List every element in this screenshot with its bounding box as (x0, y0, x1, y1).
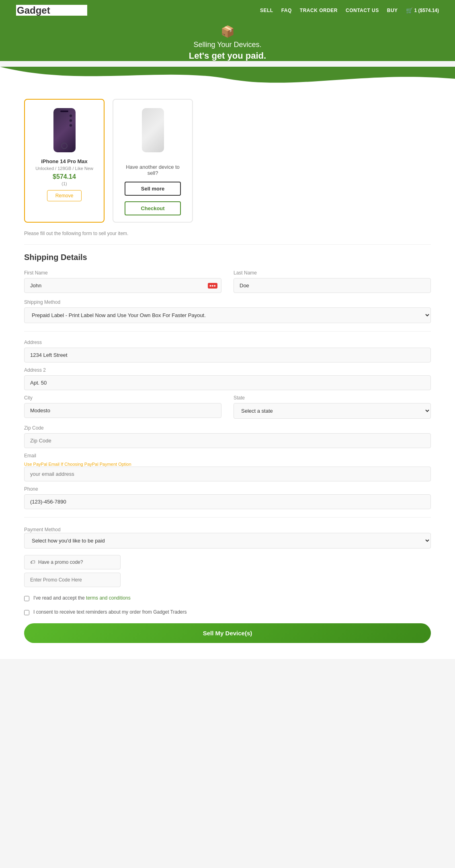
promo-section: 🏷 Have a promo code? (24, 555, 431, 587)
shipping-method-select[interactable]: Prepaid Label - Print Label Now and Use … (24, 307, 431, 323)
nav-faq[interactable]: FAQ (281, 8, 292, 13)
last-name-group: Last Name (234, 270, 431, 293)
email-input[interactable] (24, 467, 431, 481)
add-device-text: Have another device to sell? (120, 164, 186, 176)
phone-group: Phone (24, 486, 431, 509)
promo-input[interactable] (24, 573, 121, 587)
email-label: Email (24, 453, 431, 459)
address2-input[interactable] (24, 375, 431, 390)
city-state-row: City State Select a state Alabama Alaska… (24, 395, 431, 419)
package-icon: 📦 (16, 25, 439, 38)
device-name: iPhone 14 Pro Max (31, 158, 97, 164)
first-name-group: First Name ●●● (24, 270, 221, 293)
main-nav: SELL FAQ TRACK ORDER CONTACT US BUY 🛒 1 … (260, 7, 439, 14)
terms-row: I've read and accept the terms and condi… (24, 595, 431, 601)
zip-input[interactable] (24, 433, 431, 448)
logo-traders: Traders (51, 5, 88, 16)
cart-count: 1 ($574.14) (414, 8, 439, 13)
consent-label: I consent to receive text reminders abou… (33, 609, 187, 615)
nav-buy[interactable]: BUY (387, 8, 398, 13)
address-label: Address (24, 340, 431, 345)
phone-label: Phone (24, 486, 431, 492)
device-qty: (1) (31, 181, 97, 186)
divider-address (24, 331, 431, 332)
cart-button[interactable]: 🛒 1 ($574.14) (406, 7, 439, 14)
email-group: Email Use PayPal Email If Choosing PayPa… (24, 453, 431, 481)
last-name-label: Last Name (234, 270, 431, 276)
autofill-badge: ●●● (208, 283, 217, 289)
shipping-method-label: Shipping Method (24, 299, 431, 305)
device-cards-section: iPhone 14 Pro Max Unlocked / 128GB / Lik… (24, 99, 431, 223)
device-card-iphone: iPhone 14 Pro Max Unlocked / 128GB / Lik… (24, 99, 105, 223)
nav-sell[interactable]: SELL (260, 8, 273, 13)
address2-label: Address 2 (24, 367, 431, 373)
address2-group: Address 2 (24, 367, 431, 390)
state-label: State (234, 395, 431, 401)
city-input[interactable] (24, 403, 221, 418)
email-warning: Use PayPal Email If Choosing PayPal Paym… (24, 462, 431, 467)
promo-toggle-label: Have a promo code? (38, 559, 83, 565)
logo-gadget: Gadget (16, 5, 51, 16)
device-image (48, 106, 80, 154)
form-hint: Please fill out the following form to se… (24, 231, 431, 236)
section-title: Shipping Details (24, 253, 431, 262)
checkout-button[interactable]: Checkout (125, 201, 181, 215)
first-name-label: First Name (24, 270, 221, 276)
hero-subtitle: Selling Your Devices. (16, 41, 439, 49)
address-input[interactable] (24, 348, 431, 362)
name-row: First Name ●●● Last Name (24, 270, 431, 293)
submit-button[interactable]: Sell My Device(s) (24, 623, 431, 643)
shipping-method-group: Shipping Method Prepaid Label - Print La… (24, 299, 431, 323)
nav-contact-us[interactable]: CONTACT US (346, 8, 379, 13)
add-device-card: Have another device to sell? Sell more C… (113, 99, 193, 223)
tag-icon: 🏷 (30, 559, 35, 565)
state-group: State Select a state Alabama Alaska Ariz… (234, 395, 431, 419)
first-name-wrapper: ●●● (24, 278, 221, 293)
consent-checkbox[interactable] (24, 610, 29, 615)
device-price: $574.14 (31, 173, 97, 180)
payment-section: Payment Method Select how you'd like to … (24, 526, 431, 549)
cart-icon: 🛒 (406, 7, 413, 14)
city-group: City (24, 395, 221, 419)
consent-row: I consent to receive text reminders abou… (24, 609, 431, 615)
sell-more-button[interactable]: Sell more (125, 182, 181, 196)
wave-decoration (0, 67, 455, 87)
terms-checkbox[interactable] (24, 596, 29, 601)
main-content: iPhone 14 Pro Max Unlocked / 128GB / Lik… (0, 87, 455, 659)
remove-button[interactable]: Remove (47, 190, 82, 201)
first-name-input[interactable] (24, 278, 221, 293)
divider-payment (24, 517, 431, 518)
city-label: City (24, 395, 221, 401)
address-group: Address (24, 340, 431, 362)
hero-title: Let's get you paid. (16, 51, 439, 61)
state-select[interactable]: Select a state Alabama Alaska Arizona Ca… (234, 403, 431, 419)
phone-input[interactable] (24, 494, 431, 509)
terms-label: I've read and accept the terms and condi… (33, 595, 131, 601)
payment-label: Payment Method (24, 527, 61, 532)
payment-select[interactable]: Select how you'd like to be paid PayPal … (24, 533, 431, 549)
divider-top (24, 244, 431, 245)
terms-link[interactable]: terms and conditions (86, 595, 131, 601)
zip-label: Zip Code (24, 425, 431, 431)
logo: GadgetTraders (16, 5, 87, 16)
nav-track-order[interactable]: TRACK ORDER (300, 8, 338, 13)
hero-section: 📦 Selling Your Devices. Let's get you pa… (16, 21, 439, 61)
add-device-image (137, 106, 169, 154)
last-name-input[interactable] (234, 278, 431, 293)
zip-group: Zip Code (24, 425, 431, 448)
device-specs: Unlocked / 128GB / Like New (31, 166, 97, 171)
promo-toggle[interactable]: 🏷 Have a promo code? (24, 555, 121, 569)
